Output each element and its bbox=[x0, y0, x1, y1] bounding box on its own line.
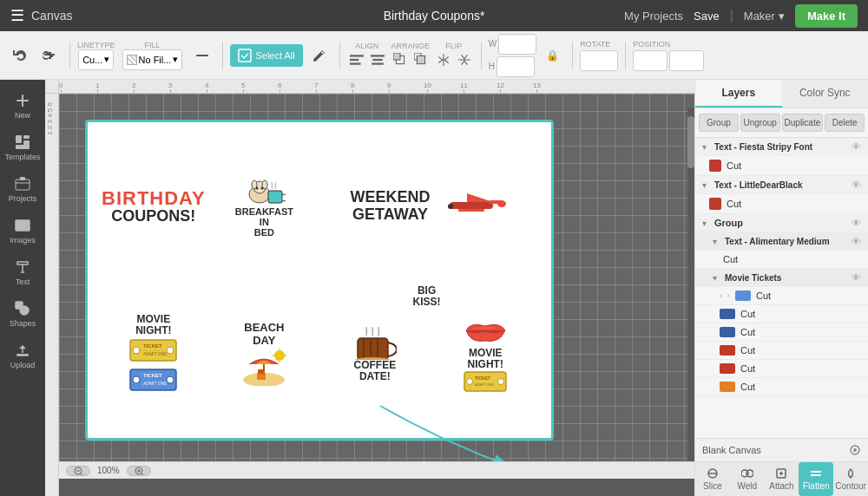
sidebar-item-text[interactable]: Text bbox=[3, 253, 42, 291]
layer-littledear-cut[interactable]: Cut bbox=[695, 194, 868, 214]
delete-button[interactable]: Delete bbox=[825, 114, 865, 132]
sidebar-item-shapes[interactable]: Shapes bbox=[3, 295, 42, 333]
layers-list: ▾ Text - Fiesta Stripy Font 👁 Cut ▾ Text… bbox=[695, 138, 868, 438]
layer-mt-cut1[interactable]: › › Cut bbox=[695, 287, 868, 305]
zoom-in-button[interactable] bbox=[127, 466, 151, 476]
layer-text-fiesta[interactable]: ▾ Text - Fiesta Stripy Font 👁 bbox=[695, 138, 868, 156]
plane-illustration bbox=[441, 185, 510, 228]
svg-rect-13 bbox=[22, 95, 23, 107]
coffee-cell: COFFEE DATE! BIG KISS! bbox=[323, 284, 426, 424]
app-title: Canvas bbox=[31, 9, 72, 23]
linetype-section: Linetype Cu... ▾ bbox=[77, 41, 115, 70]
sidebar-item-images[interactable]: Images bbox=[3, 212, 42, 250]
svg-rect-18 bbox=[16, 179, 30, 190]
canvas-work[interactable]: BIRTHDAY COUPONS! bbox=[59, 94, 694, 479]
svg-rect-55 bbox=[257, 373, 266, 380]
sidebar-item-projects[interactable]: Projects bbox=[3, 170, 42, 208]
layer-fiesta-cut[interactable]: Cut bbox=[695, 156, 868, 176]
slice-button[interactable]: Slice bbox=[695, 462, 730, 496]
layer-alimentary-cut[interactable]: Cut bbox=[695, 251, 868, 269]
left-panel: New Templates Projects Images Text Shape… bbox=[0, 80, 45, 496]
svg-point-64 bbox=[498, 379, 504, 385]
layer-eye-icon[interactable]: 👁 bbox=[852, 179, 861, 190]
arrange-back-button[interactable] bbox=[411, 50, 431, 69]
doc-title[interactable]: Birthday Coupons* bbox=[384, 9, 485, 23]
sidebar-item-templates[interactable]: Templates bbox=[3, 128, 42, 166]
layer-mt-cut5[interactable]: Cut bbox=[695, 360, 868, 378]
sidebar-item-upload[interactable]: Upload bbox=[3, 336, 42, 375]
contour-button[interactable]: Contour bbox=[833, 462, 868, 496]
layer-group1[interactable]: ▾ Group 👁 bbox=[695, 214, 868, 232]
right-tabs: Layers Color Sync bbox=[695, 80, 868, 108]
arrange-front-button[interactable] bbox=[391, 50, 410, 69]
design-card[interactable]: BIRTHDAY COUPONS! bbox=[85, 120, 554, 441]
svg-rect-14 bbox=[16, 135, 22, 143]
align-center-button[interactable] bbox=[368, 50, 387, 69]
pos-x-input[interactable] bbox=[633, 50, 667, 71]
layer-text-littledear[interactable]: ▾ Text - LittleDearBlack 👁 bbox=[695, 176, 868, 194]
right-panel: Layers Color Sync Group Ungroup Duplicat… bbox=[694, 80, 868, 496]
layer-eye-icon[interactable]: 👁 bbox=[852, 218, 861, 228]
layer-movie-tickets[interactable]: ▾ Movie Tickets 👁 bbox=[695, 269, 868, 287]
tab-layers[interactable]: Layers bbox=[695, 80, 782, 108]
align-left-button[interactable] bbox=[347, 50, 366, 69]
attach-button[interactable]: Attach bbox=[765, 462, 799, 496]
pos-y-input[interactable] bbox=[669, 50, 704, 71]
my-projects-link[interactable]: My Projects bbox=[624, 10, 683, 23]
svg-point-29 bbox=[261, 186, 264, 189]
undo-button[interactable] bbox=[7, 44, 33, 67]
width-input[interactable] bbox=[498, 34, 536, 55]
canvas-settings-icon[interactable] bbox=[849, 444, 861, 456]
fill-dropdown[interactable]: No Fil... ▾ bbox=[122, 49, 183, 70]
ticket1-illustration: TICKET ADMIT ONE bbox=[129, 336, 177, 364]
ungroup-button[interactable]: Ungroup bbox=[740, 114, 780, 132]
svg-text:ADMIT ONE: ADMIT ONE bbox=[143, 351, 168, 356]
layer-mt-cut2[interactable]: Cut bbox=[695, 305, 868, 323]
flip-v-button[interactable] bbox=[455, 50, 474, 69]
menu-icon[interactable]: ☰ bbox=[10, 6, 24, 25]
layer-mt-cut3[interactable]: Cut bbox=[695, 323, 868, 342]
svg-rect-15 bbox=[23, 135, 30, 139]
zoom-out-button[interactable] bbox=[66, 466, 90, 476]
size-section: W H bbox=[489, 34, 536, 77]
scrollbar-vertical[interactable] bbox=[687, 108, 694, 461]
layer-eye-icon[interactable]: 👁 bbox=[852, 272, 861, 283]
svg-rect-30 bbox=[268, 191, 282, 203]
flatten-button[interactable]: Flatten bbox=[799, 462, 833, 496]
layer-text-alimentary[interactable]: ▾ Text - Alimentary Medium 👁 bbox=[695, 232, 868, 251]
ticket3-illustration: TICKET ADMIT ONE bbox=[464, 370, 507, 395]
duplicate-button[interactable]: Duplicate bbox=[782, 114, 824, 132]
save-button[interactable]: Save bbox=[694, 10, 720, 23]
tab-color-sync[interactable]: Color Sync bbox=[782, 80, 869, 108]
svg-point-38 bbox=[133, 347, 140, 354]
svg-rect-9 bbox=[393, 53, 400, 60]
group-button[interactable]: Group bbox=[699, 114, 739, 132]
rotate-input[interactable] bbox=[580, 50, 618, 71]
svg-rect-84 bbox=[811, 471, 821, 473]
svg-text:TICKET: TICKET bbox=[143, 373, 162, 378]
beach-illustration bbox=[240, 347, 288, 386]
svg-rect-23 bbox=[16, 302, 23, 309]
linetype-dropdown[interactable]: Cu... ▾ bbox=[78, 49, 114, 70]
svg-point-50 bbox=[274, 350, 285, 361]
svg-line-70 bbox=[81, 473, 82, 475]
weld-button[interactable]: Weld bbox=[730, 462, 765, 496]
height-input[interactable] bbox=[496, 56, 535, 77]
select-all-button[interactable]: Select All bbox=[230, 44, 302, 67]
svg-point-39 bbox=[167, 347, 174, 354]
flip-h-button[interactable] bbox=[434, 50, 453, 69]
canvas-area[interactable]: 0 1 2 3 4 5 6 7 8 9 10 11 12 13 1 2 3 4 … bbox=[45, 80, 694, 496]
layer-mt-cut6[interactable]: Cut bbox=[695, 378, 868, 396]
maker-button[interactable]: Maker ▾ bbox=[744, 10, 785, 23]
layer-eye-icon[interactable]: 👁 bbox=[852, 141, 861, 152]
layer-mt-cut4[interactable]: Cut bbox=[695, 342, 868, 360]
layer-eye-icon[interactable]: 👁 bbox=[852, 236, 861, 246]
sidebar-item-new[interactable]: New bbox=[3, 87, 42, 125]
make-it-button[interactable]: Make It bbox=[795, 4, 858, 28]
position-section: Position bbox=[633, 40, 704, 71]
lock-ratio-button[interactable]: 🔒 bbox=[540, 45, 565, 66]
edit-button[interactable] bbox=[306, 44, 332, 67]
redo-button[interactable] bbox=[36, 44, 62, 67]
svg-rect-57 bbox=[358, 338, 388, 360]
stroke-button[interactable] bbox=[189, 44, 215, 67]
